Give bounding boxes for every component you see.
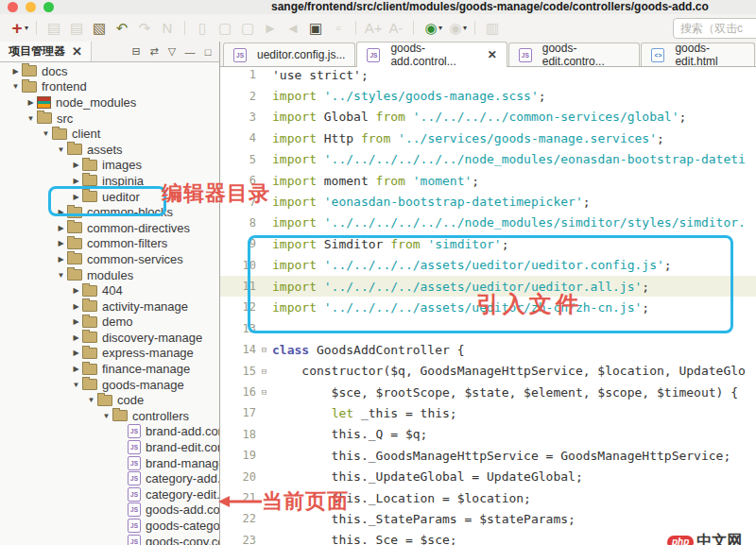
profile-button-menu-icon[interactable]: ▾ [463, 24, 467, 32]
chevron-right-icon[interactable]: ▶ [70, 333, 82, 342]
code-line-13[interactable]: 13 [220, 318, 756, 339]
chevron-right-icon[interactable]: ▶ [70, 349, 82, 357]
chevron-right-icon[interactable]: ▶ [70, 286, 82, 295]
chevron-right-icon[interactable]: ▶ [55, 239, 67, 247]
collapse-all-icon[interactable]: ⊟ [129, 45, 143, 58]
tree-item-goods-copy-con[interactable]: JSgoods-copy.con [0, 534, 219, 545]
tree-item-node-modules[interactable]: ▶node_modules [0, 94, 219, 111]
tree-item-activity-manage[interactable]: ▶activity-manage [0, 298, 219, 315]
minimize-window-button[interactable] [26, 2, 36, 12]
chevron-down-icon[interactable]: ▼ [100, 412, 112, 420]
tree-item-assets[interactable]: ▼assets [0, 142, 219, 158]
code-line-1[interactable]: 1'use strict'; [220, 64, 756, 85]
tree-item-ueditor[interactable]: ▶ueditor [0, 189, 219, 205]
code-editor[interactable]: 1'use strict';2import '../styles/goods-m… [220, 64, 756, 545]
code-line-16[interactable]: 16⊟ $sce, $rootScope, $state, $element, … [220, 382, 756, 402]
code-line-9[interactable]: 9import Simditor from 'simditor'; [220, 233, 756, 254]
tree-item-brand-edit-contr[interactable]: JSbrand-edit.contr [0, 439, 219, 455]
zoom-window-button[interactable] [43, 2, 54, 12]
tree-item-client[interactable]: ▼client [0, 126, 219, 142]
tree-item-images[interactable]: ▶images [0, 158, 219, 174]
tree-item-common-blocks[interactable]: ▶common-blocks [0, 204, 219, 220]
tree-item-controllers[interactable]: ▼controllers [0, 408, 219, 424]
code-line-5[interactable]: 5import '../../../../../../node_modules/… [220, 149, 756, 170]
link-with-editor-button[interactable]: ▣ [304, 18, 327, 39]
search-input[interactable] [673, 18, 756, 39]
code-line-12[interactable]: 12import '../../../../assets/ueditor/zh-… [220, 297, 756, 317]
tree-item-src[interactable]: ▼src [0, 111, 219, 127]
tree-item-common-filters[interactable]: ▶common-filters [0, 236, 219, 252]
tree-item-demo[interactable]: ▶demo [0, 315, 219, 331]
code-line-22[interactable]: 22 this._StateParams = $stateParams; [220, 508, 756, 529]
minimize-icon[interactable]: — [183, 46, 197, 58]
revert-button[interactable]: ▧ [88, 18, 111, 39]
code-line-11[interactable]: 11import '../../../../assets/ueditor/ued… [220, 276, 756, 297]
chevron-right-icon[interactable]: ▶ [70, 177, 82, 185]
code-line-18[interactable]: 18 this._Q = $q; [220, 424, 756, 445]
new-button-menu-icon[interactable]: ▾ [25, 24, 28, 32]
code-line-17[interactable]: 17 let _this = this; [220, 402, 756, 423]
close-icon[interactable]: ✕ [72, 44, 82, 59]
tree-item-discovery-manage[interactable]: ▶discovery-manage [0, 330, 219, 346]
tab-goods-add-control-[interactable]: JSgoods-add.control...✕ [356, 42, 507, 67]
undo-button[interactable]: ↶ [111, 18, 133, 39]
tab-project-explorer[interactable]: 项目管理器 ✕ [0, 42, 92, 61]
tree-item-common-directives[interactable]: ▶common-directives [0, 220, 219, 236]
chevron-down-icon[interactable]: ▼ [9, 82, 22, 91]
tree-item-inspinia[interactable]: ▶inspinia [0, 173, 219, 189]
fold-marker-icon[interactable]: ⊟ [256, 387, 272, 397]
close-window-button[interactable] [8, 2, 18, 12]
maximize-icon[interactable]: □ [201, 46, 215, 58]
fold-marker-icon[interactable]: ⊟ [256, 345, 272, 354]
chevron-down-icon[interactable]: ▼ [85, 396, 97, 404]
chevron-right-icon[interactable]: ▶ [70, 193, 82, 201]
tree-item-code[interactable]: ▼code [0, 392, 219, 408]
tree-item-frontend[interactable]: ▼frontend [0, 79, 219, 95]
tree-item-category-add-co[interactable]: JScategory-add.co [0, 470, 219, 486]
chevron-right-icon[interactable]: ▶ [55, 208, 67, 216]
tab-ueditor-config-js-[interactable]: JSueditor.config.js... [223, 43, 355, 66]
tree-item-express-manage[interactable]: ▶express-manage [0, 346, 219, 362]
close-icon[interactable]: ✕ [488, 48, 497, 61]
code-line-20[interactable]: 20 this._UpdateGlobal = UpdateGlobal; [220, 466, 756, 486]
tab-goods-edit-html[interactable]: <>goods-edit.html [641, 43, 755, 66]
chevron-down-icon[interactable]: ▼ [25, 114, 37, 123]
chevron-right-icon[interactable]: ▶ [55, 255, 67, 264]
chevron-right-icon[interactable]: ▶ [9, 67, 22, 76]
tree-item-brand-add-contr[interactable]: JSbrand-add.contr [0, 424, 219, 440]
tree-item-goods-category[interactable]: JSgoods-category [0, 518, 219, 534]
code-line-2[interactable]: 2import '../styles/goods-manage.scss'; [220, 85, 756, 106]
chevron-down-icon[interactable]: ▼ [55, 145, 67, 154]
tree-item-404[interactable]: ▶404 [0, 282, 219, 298]
chevron-right-icon[interactable]: ▶ [70, 317, 82, 326]
code-line-4[interactable]: 4import Http from '../services/goods-man… [220, 128, 756, 148]
chevron-down-icon[interactable]: ▼ [70, 381, 82, 389]
code-line-23[interactable]: 23 this._Sce = $sce; [220, 530, 756, 545]
code-line-10[interactable]: 10import '../../../../assets/ueditor/ued… [220, 255, 756, 276]
code-line-7[interactable]: 7import 'eonasdan-bootstrap-datetimepick… [220, 191, 756, 212]
tree-item-common-services[interactable]: ▶common-services [0, 251, 219, 267]
chevron-right-icon[interactable]: ▶ [25, 98, 37, 107]
code-line-3[interactable]: 3import Global from '../../../../common-… [220, 107, 756, 128]
code-line-6[interactable]: 6import moment from 'moment'; [220, 170, 756, 191]
chevron-down-icon[interactable]: ▼ [55, 271, 67, 280]
tree-item-finance-manage[interactable]: ▶finance-manage [0, 361, 219, 377]
tree-item-category-edit-co[interactable]: JScategory-edit.co [0, 486, 219, 502]
chevron-down-icon[interactable]: ▼ [40, 129, 52, 138]
tree-item-goods-add-cont[interactable]: JSgoods-add.cont [0, 502, 219, 519]
code-line-21[interactable]: 21 this._Location = $location; [220, 487, 756, 508]
tree-item-modules[interactable]: ▼modules [0, 267, 219, 283]
tree-item-docs[interactable]: ▶docs [0, 63, 219, 79]
chevron-right-icon[interactable]: ▶ [70, 365, 82, 373]
link-editor-icon[interactable]: ⇄ [147, 45, 161, 58]
code-line-19[interactable]: 19 this._GoodsManageHttpService = GoodsM… [220, 445, 756, 466]
tree-item-brand-manage-c[interactable]: JSbrand-manage.c [0, 455, 219, 471]
fold-marker-icon[interactable]: ⊟ [256, 366, 272, 376]
run-button-menu-icon[interactable]: ▾ [438, 24, 442, 32]
code-line-14[interactable]: 14⊟class GoodsAddController { [220, 339, 756, 360]
tab-goods-edit-contro-[interactable]: JSgoods-edit.contro... [508, 43, 641, 66]
tree-item-goods-manage[interactable]: ▼goods-manage [0, 377, 219, 393]
code-line-8[interactable]: 8import '../../../../../../node_modules/… [220, 213, 756, 233]
chevron-right-icon[interactable]: ▶ [70, 302, 82, 311]
chevron-right-icon[interactable]: ▶ [55, 224, 67, 232]
